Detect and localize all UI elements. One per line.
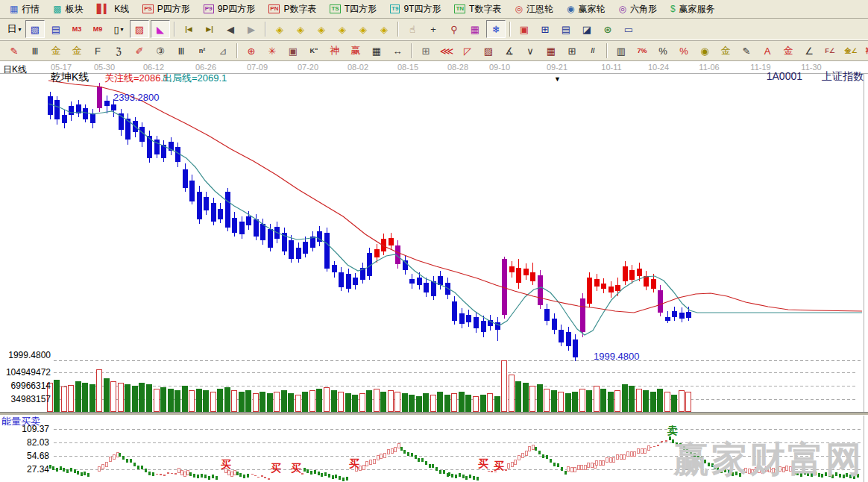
menu-9p-square[interactable]: P99P四方形 — [197, 0, 262, 18]
menu-hexagon[interactable]: ◎六角形 — [611, 0, 663, 18]
k-quote-tool[interactable]: Kʺ — [304, 42, 324, 60]
pct7-tool[interactable]: 7% — [632, 42, 652, 60]
fan-lines-tool[interactable]: ⋘ — [437, 42, 456, 60]
remote-pc-button[interactable]: ▭ — [619, 20, 638, 38]
circle3-tool[interactable]: ③ — [151, 42, 170, 60]
goto-start-button[interactable]: |◀ — [179, 20, 198, 38]
color-profile-button[interactable]: ◣ — [151, 20, 170, 38]
energy-mark-up — [387, 450, 389, 454]
gold-bars-tool[interactable]: 金 — [716, 42, 735, 60]
grid123-tool[interactable]: ▦ — [367, 42, 386, 60]
energy-mark-up — [577, 465, 579, 469]
energy-mark-down — [239, 473, 242, 477]
energy-mark-up — [613, 458, 615, 463]
chart-area[interactable]: 买买买买买买卖 05-1705-3006-1206-2607-0907-2008… — [0, 61, 868, 482]
grid-a-tool[interactable]: ▦ — [541, 42, 561, 60]
gold-red-tool[interactable]: 金 — [779, 42, 798, 60]
menu-quotes[interactable]: ▦行情 — [3, 0, 46, 18]
diamond-updown-button[interactable]: ◈ — [374, 20, 394, 38]
menu-t-digit-table[interactable]: TNT数字表 — [447, 0, 508, 18]
goto-end-button[interactable]: ▶| — [200, 20, 219, 38]
net-share-button[interactable]: ⊛ — [598, 20, 617, 38]
diamond-left-button[interactable]: ◈ — [270, 20, 289, 38]
volume-bar — [317, 389, 322, 411]
volume-bar — [169, 389, 174, 411]
pct-tool[interactable]: % — [653, 42, 673, 60]
brush-tool[interactable]: ✐ — [130, 42, 149, 60]
pattern9-button[interactable]: M9 — [88, 20, 107, 38]
column-chart-tool[interactable]: ▥ — [611, 42, 631, 60]
period-select-button-caret-icon: ▾ — [18, 26, 21, 33]
calendar-button[interactable]: ▣ — [515, 20, 534, 38]
diamond-compress-button[interactable]: ◈ — [333, 20, 352, 38]
kline-chart-canvas[interactable]: 买买买买买买卖 — [0, 61, 868, 482]
width-arrows-tool[interactable]: ↔ — [388, 42, 407, 60]
fan-box-tool[interactable]: ◸ — [458, 42, 477, 60]
pattern3-button[interactable]: M3 — [67, 20, 87, 38]
pattern-window-button[interactable]: ▦ — [465, 20, 485, 38]
menu-winner-wheel[interactable]: ◉赢家轮 — [560, 0, 611, 18]
angle-lines-tool[interactable]: ∡ — [500, 42, 519, 60]
pencil-tool[interactable]: ✎ — [4, 42, 24, 60]
wedge-tool[interactable]: ⊿ — [213, 42, 233, 60]
menu-t-square[interactable]: TST四方形 — [323, 0, 383, 18]
gold-angle-tool[interactable]: 金∠ — [841, 42, 861, 60]
calculator-button[interactable]: ⊞ — [535, 20, 555, 38]
grid-b-tool[interactable]: ⊞ — [562, 42, 582, 60]
spiral-box-tool[interactable]: ▣ — [283, 42, 303, 60]
magnifier-button[interactable]: ⚲ — [444, 20, 464, 38]
brain-map-button[interactable]: ❄ — [486, 20, 506, 38]
step-forward-button[interactable]: ▶ — [242, 20, 261, 38]
f-angle-tool[interactable]: F∠ — [820, 42, 840, 60]
gold-circle-tool[interactable]: ◉ — [695, 42, 714, 60]
menu-gann-wheel[interactable]: ◎江恩轮 — [508, 0, 559, 18]
volume-bar — [658, 389, 663, 411]
info-panel-button[interactable]: ▤ — [46, 20, 66, 38]
diamond-expand-button[interactable]: ◈ — [312, 20, 331, 38]
volume-bar — [133, 386, 138, 411]
a-red-tool[interactable]: A — [758, 42, 777, 60]
circle-cross-tool[interactable]: ⊕ — [242, 42, 261, 60]
star-tool[interactable]: ✳ — [262, 42, 282, 60]
f-lines-tool[interactable]: F — [88, 42, 107, 60]
menu-p-square[interactable]: PSP四方形 — [136, 0, 197, 18]
menu-sectors[interactable]: ▩板块 — [46, 0, 89, 18]
pencil-1a-tool[interactable]: ✎ — [737, 42, 756, 60]
box-tool[interactable]: ⊞ — [416, 42, 435, 60]
fan-square-tool[interactable]: ▨ — [479, 42, 498, 60]
save-button[interactable]: ◪ — [577, 20, 597, 38]
hash-lines-tool[interactable]: Ⅲ — [25, 42, 45, 60]
shen-tool[interactable]: 神 — [325, 42, 345, 60]
menu-kline[interactable]: ▋▍K线 — [90, 0, 136, 18]
gold-lines2-tool[interactable]: 金 — [67, 42, 87, 60]
gann-frame-button[interactable]: ▨ — [130, 20, 149, 38]
angle-tool[interactable]: ∠ — [799, 42, 819, 60]
spiral-tool[interactable]: ℨ — [109, 42, 128, 60]
pct-line-tool[interactable]: % — [674, 42, 694, 60]
energy-mark-up — [178, 469, 180, 473]
diag-lines-tool[interactable]: // — [583, 42, 603, 60]
shen-angle-tool[interactable]: 神∠ — [862, 42, 868, 60]
n2-lines-tool[interactable]: n² — [192, 42, 212, 60]
drag-hand-button[interactable]: ☝ — [403, 20, 422, 38]
ying-tool[interactable]: 赢 — [346, 42, 365, 60]
notepad-button[interactable]: ▤ — [556, 20, 576, 38]
menu-9t-square[interactable]: T99T四方形 — [383, 0, 447, 18]
energy-mark-flat — [251, 474, 254, 475]
step-back-button[interactable]: ◀ — [221, 20, 240, 38]
diamond-right-button[interactable]: ◈ — [291, 20, 310, 38]
period-select-button[interactable]: 日▾ — [4, 20, 24, 38]
crosshair-button[interactable]: + — [424, 20, 443, 38]
diamond-all-button[interactable]: ◈ — [353, 20, 373, 38]
volume-bar — [119, 383, 124, 411]
pane-divider[interactable] — [0, 412, 868, 416]
menu-winner-service[interactable]: $赢家服务 — [664, 0, 722, 18]
menu-p-digit-table[interactable]: PNP数字表 — [262, 0, 323, 18]
volume-bar — [69, 385, 74, 411]
curve-window-button[interactable]: ▧ — [25, 20, 45, 38]
v-lines-tool[interactable]: ∨ — [521, 42, 540, 60]
volume-bar — [665, 392, 670, 411]
gold-lines1-tool[interactable]: 金 — [46, 42, 66, 60]
hash2-tool[interactable]: Ⅲ — [172, 42, 191, 60]
candle-style-button[interactable]: ▯▾ — [109, 20, 128, 38]
